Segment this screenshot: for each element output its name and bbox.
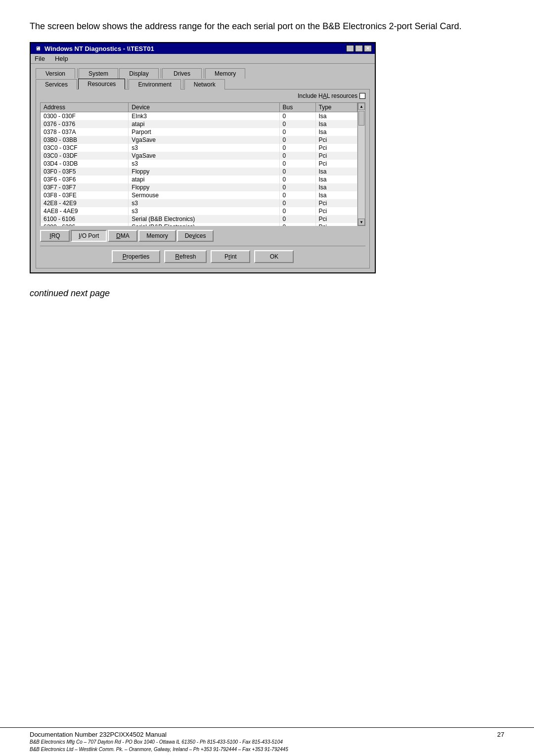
window-title: Windows NT Diagnostics - \\TEST01: [44, 45, 154, 52]
menu-help[interactable]: Help: [55, 55, 68, 62]
table-row[interactable]: 03F6 - 03F6atapi0Isa: [41, 176, 357, 183]
table-scroll-area: Address Device Bus Type 0300 - 030FEInk3…: [40, 102, 357, 226]
tab-dma[interactable]: DMA: [108, 230, 137, 242]
table-cell: 03B0 - 03BB: [41, 136, 129, 144]
hal-checkbox[interactable]: [359, 93, 365, 99]
scroll-thumb[interactable]: [358, 111, 364, 126]
page-number: 27: [497, 731, 504, 738]
menu-file[interactable]: File: [35, 55, 45, 62]
table-row[interactable]: 0376 - 0376atapi0Isa: [41, 120, 357, 128]
table-row[interactable]: 42E8 - 42E9s30Pci: [41, 199, 357, 207]
scroll-down-button[interactable]: ▼: [358, 219, 365, 225]
tab-environment[interactable]: Environment: [129, 79, 180, 89]
window-body: Version System Display Drives Memory Ser…: [31, 64, 375, 272]
table-cell: Floppy: [129, 168, 279, 176]
table-row[interactable]: 03D4 - 03DBs30Pci: [41, 160, 357, 168]
table-cell: 0376 - 0376: [41, 120, 129, 128]
print-button[interactable]: Print: [211, 250, 250, 263]
table-cell: 03C0 - 03DF: [41, 152, 129, 160]
table-cell: s3: [129, 207, 279, 215]
table-cell: s3: [129, 160, 279, 168]
scrollbar[interactable]: ▲ ▼: [357, 102, 365, 226]
table-cell: Isa: [315, 120, 357, 128]
table-cell: 0: [279, 191, 315, 199]
table-row[interactable]: 03F0 - 03F5Floppy0Isa: [41, 168, 357, 176]
tab-row-2: Services Resources Environment Network: [36, 78, 370, 89]
table-cell: Isa: [315, 112, 357, 121]
tab-row-1: Version System Display Drives Memory: [36, 68, 370, 78]
table-cell: 0: [279, 160, 315, 168]
tab-irq[interactable]: IRQ: [40, 230, 70, 242]
table-cell: atapi: [129, 120, 279, 128]
diagnostics-window: 🖥 Windows NT Diagnostics - \\TEST01 _ □ …: [30, 42, 376, 273]
close-button[interactable]: ✕: [364, 45, 372, 52]
tab-memory-top[interactable]: Memory: [205, 68, 245, 79]
table-row[interactable]: 03C0 - 03CFs30Pci: [41, 144, 357, 152]
properties-button[interactable]: Properties: [112, 250, 161, 263]
menu-bar: File Help: [31, 54, 375, 64]
table-cell: 0: [279, 152, 315, 160]
table-cell: 42E8 - 42E9: [41, 199, 129, 207]
tab-network[interactable]: Network: [184, 79, 225, 89]
table-cell: 0: [279, 199, 315, 207]
footer-line1: B&B Electronics Mfg Co – 707 Dayton Rd -…: [30, 738, 504, 746]
col-header-bus: Bus: [279, 103, 315, 112]
tab-system[interactable]: System: [79, 68, 118, 79]
content-area: Include HAL resources Address Device Bus: [36, 89, 370, 268]
table-row[interactable]: 03F8 - 03FESermouse0Isa: [41, 191, 357, 199]
tab-resources[interactable]: Resources: [78, 79, 125, 89]
table-cell: 0300 - 030F: [41, 112, 129, 121]
table-row[interactable]: 03C0 - 03DFVgaSave0Pci: [41, 152, 357, 160]
continued-text: continued next page: [30, 288, 504, 299]
tab-memory-bottom[interactable]: Memory: [138, 230, 176, 242]
col-header-address: Address: [41, 103, 129, 112]
table-row[interactable]: 03B0 - 03BBVgaSave0Pci: [41, 136, 357, 144]
doc-number: Documentation Number 232PCIXX4502 Manual: [30, 731, 167, 738]
table-cell: Sermouse: [129, 191, 279, 199]
table-cell: Pci: [315, 144, 357, 152]
tab-devices[interactable]: Devices: [177, 230, 214, 242]
intro-text: The screen below shows the address range…: [30, 20, 504, 33]
table-row[interactable]: 0300 - 030FEInk30Isa: [41, 112, 357, 121]
table-row[interactable]: 03F7 - 03F7Floppy0Isa: [41, 183, 357, 191]
maximize-button[interactable]: □: [355, 45, 363, 52]
table-wrapper: Address Device Bus Type 0300 - 030FEInk3…: [40, 102, 365, 226]
refresh-button[interactable]: Refresh: [164, 250, 207, 263]
table-row[interactable]: 0378 - 037AParport0Isa: [41, 128, 357, 136]
tab-drives[interactable]: Drives: [162, 68, 202, 79]
table-cell: 6200 - 6206: [41, 223, 129, 226]
table-cell: 0: [279, 136, 315, 144]
table-row[interactable]: 4AE8 - 4AE9s30Pci: [41, 207, 357, 215]
tab-display[interactable]: Display: [119, 68, 159, 79]
action-row: Properties Refresh Print OK: [40, 246, 365, 265]
table-cell: 03D4 - 03DB: [41, 160, 129, 168]
table-cell: Parport: [129, 128, 279, 136]
table-cell: 03F7 - 03F7: [41, 183, 129, 191]
scroll-up-button[interactable]: ▲: [358, 103, 365, 110]
table-cell: Serial (B&B Electronics): [129, 215, 279, 223]
ok-button[interactable]: OK: [254, 250, 294, 263]
table-cell: 0: [279, 183, 315, 191]
table-cell: Pci: [315, 207, 357, 215]
table-cell: EInk3: [129, 112, 279, 121]
tab-io-port[interactable]: I/O Port: [71, 230, 107, 242]
table-row[interactable]: 6100 - 6106Serial (B&B Electronics)0Pci: [41, 215, 357, 223]
minimize-button[interactable]: _: [346, 45, 354, 52]
table-cell: Pci: [315, 199, 357, 207]
footer-main: Documentation Number 232PCIXX4502 Manual…: [30, 731, 504, 738]
table-cell: 0: [279, 168, 315, 176]
table-cell: VgaSave: [129, 152, 279, 160]
table-row[interactable]: 6200 - 6206Serial (B&B Electronics)0Pci: [41, 223, 357, 226]
title-bar: 🖥 Windows NT Diagnostics - \\TEST01 _ □ …: [31, 43, 375, 54]
col-header-type: Type: [315, 103, 357, 112]
table-cell: VgaSave: [129, 136, 279, 144]
bottom-tabs: IRQ I/O Port DMA Memory Devices: [40, 230, 365, 242]
table-cell: Pci: [315, 215, 357, 223]
col-header-device: Device: [129, 103, 279, 112]
table-cell: 0: [279, 128, 315, 136]
tab-services[interactable]: Services: [36, 79, 77, 89]
table-cell: Serial (B&B Electronics): [129, 223, 279, 226]
window-controls: _ □ ✕: [346, 45, 372, 52]
table-cell: 0: [279, 144, 315, 152]
tab-version[interactable]: Version: [36, 68, 75, 79]
